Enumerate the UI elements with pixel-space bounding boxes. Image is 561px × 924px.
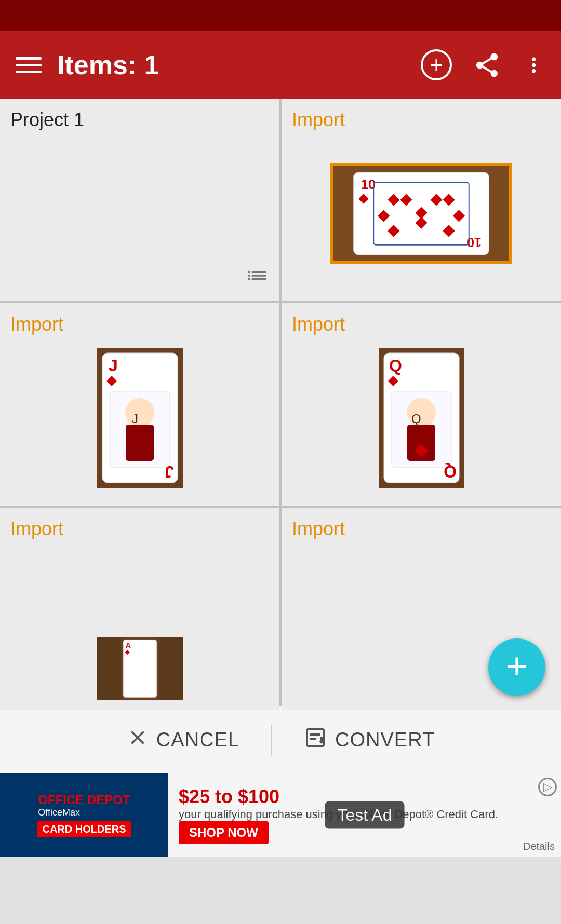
svg-text:J: J xyxy=(132,412,138,426)
card-image-wrap-4: A xyxy=(10,545,269,700)
svg-rect-2 xyxy=(263,278,266,280)
import-label-2: Import xyxy=(10,314,269,335)
cancel-x-icon xyxy=(126,726,149,754)
top-bar: Items: 1 + xyxy=(0,31,561,99)
card-image-wrap-3: Q Q Q xyxy=(292,341,551,495)
page-title: Items: 1 xyxy=(57,49,421,80)
import-label-4: Import xyxy=(10,518,269,540)
convert-button[interactable]: CONVERT xyxy=(272,706,466,773)
share-icon[interactable] xyxy=(473,51,501,79)
cell-import-2[interactable]: Import J J J xyxy=(0,303,279,506)
svg-text:J: J xyxy=(165,463,174,481)
cell-import-4[interactable]: Import A xyxy=(0,508,279,710)
svg-rect-1 xyxy=(263,275,266,276)
cancel-button[interactable]: CANCEL xyxy=(95,706,271,773)
import-label-5: Import xyxy=(292,518,551,540)
list-view-icon[interactable] xyxy=(243,265,269,291)
ad-price: $25 to $100 xyxy=(179,786,279,808)
card-image-wrap-1: 10 10 xyxy=(292,136,551,291)
add-circle[interactable]: + xyxy=(421,49,452,80)
project-label: Project 1 xyxy=(10,109,269,131)
svg-rect-0 xyxy=(263,271,266,273)
card-jack-diamonds: J J J xyxy=(97,348,183,488)
svg-point-24 xyxy=(125,398,154,427)
top-bar-actions: + xyxy=(421,49,545,80)
office-depot-text: OFFICE DEPOT xyxy=(38,793,130,807)
add-item-icon[interactable]: + xyxy=(421,49,452,80)
cell-import-3[interactable]: Import Q Q xyxy=(282,303,561,506)
svg-text:Q: Q xyxy=(444,463,457,481)
svg-text:J: J xyxy=(109,356,118,375)
svg-text:Q: Q xyxy=(411,412,421,426)
cell-project-1[interactable]: Project 1 xyxy=(0,99,279,301)
card-holders-badge: CARD HOLDERS xyxy=(37,821,131,837)
card-partial-4: A xyxy=(97,637,183,700)
bottom-action-bar: CANCEL CONVERT xyxy=(0,706,561,773)
menu-icon[interactable] xyxy=(16,57,42,73)
ad-banner: OFFICE DEPOT OfficeMax CARD HOLDERS Test… xyxy=(0,773,561,857)
import-label-1: Import xyxy=(292,109,551,131)
svg-text:A: A xyxy=(125,641,130,649)
fab-plus-icon: + xyxy=(506,648,528,684)
status-bar xyxy=(0,0,561,31)
office-depot-logo: OFFICE DEPOT OfficeMax xyxy=(38,793,130,818)
cell-import-1[interactable]: Import 10 10 xyxy=(282,99,561,301)
cancel-label: CANCEL xyxy=(156,729,239,751)
more-options-icon[interactable] xyxy=(522,51,545,79)
convert-icon xyxy=(303,725,328,755)
ad-info-icon[interactable]: ▷ xyxy=(538,778,557,796)
office-max-text: OfficeMax xyxy=(38,807,130,818)
svg-text:Q: Q xyxy=(389,356,402,375)
svg-rect-25 xyxy=(126,425,154,461)
card-image-wrap-2: J J J xyxy=(10,341,269,495)
ad-test-badge: Test Ad xyxy=(325,801,405,829)
fab-button[interactable]: + xyxy=(488,638,545,696)
import-label-3: Import xyxy=(292,314,551,335)
card-10-diamonds: 10 10 xyxy=(330,163,512,264)
shop-now-button[interactable]: SHOP NOW xyxy=(179,821,269,844)
card-queen-diamonds: Q Q Q xyxy=(379,348,464,488)
grid-area: Project 1 Import 10 xyxy=(0,99,561,706)
convert-label: CONVERT xyxy=(335,729,435,751)
ad-details-link[interactable]: Details xyxy=(523,840,555,852)
